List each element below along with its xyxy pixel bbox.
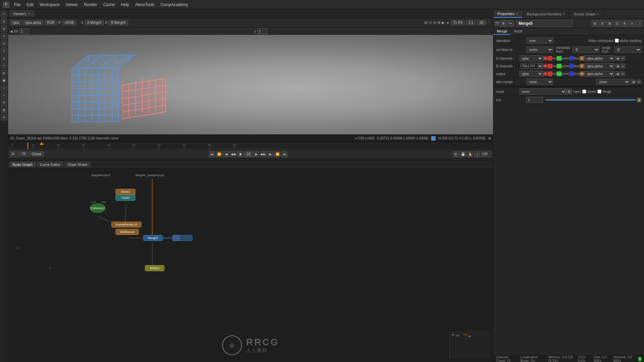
properties-tab-close[interactable]: ✕ bbox=[516, 12, 518, 15]
stop-btn[interactable]: ⏹ bbox=[237, 151, 243, 157]
out-chan-btn2[interactable]: ≡ bbox=[621, 71, 625, 76]
tool-rotate[interactable]: ↺ bbox=[1, 33, 7, 40]
merge-tab[interactable]: Merge bbox=[493, 28, 511, 35]
y-input[interactable] bbox=[257, 28, 267, 34]
tool-camera[interactable]: ⊛ bbox=[1, 114, 7, 121]
menu-edit[interactable]: Edit bbox=[24, 2, 36, 8]
prop-action-1[interactable]: ⊞ bbox=[592, 20, 598, 27]
play-back[interactable]: ◀◀ bbox=[230, 151, 236, 157]
metadata-select[interactable]: B A bbox=[573, 47, 599, 53]
video-colorspace-checkbox[interactable] bbox=[615, 39, 619, 43]
tool-mask[interactable]: ◈ bbox=[1, 70, 7, 76]
a-chan-btn2[interactable]: ≡ bbox=[621, 56, 625, 61]
a-chan-remove2[interactable]: ✕ bbox=[580, 56, 584, 61]
bg-renders-tab[interactable]: Background Renders ✕ bbox=[523, 11, 570, 17]
out-chan-remove2[interactable]: ✕ bbox=[580, 71, 584, 76]
menu-compacademy[interactable]: CompAcademy bbox=[158, 2, 191, 8]
prop-view-btn2[interactable]: ✏ bbox=[507, 20, 514, 27]
viewer-icon-fit[interactable]: ⊡ bbox=[429, 20, 432, 25]
a-alpha-select[interactable]: rgba.alpha bbox=[584, 55, 614, 61]
output-chan-remove[interactable]: ✕ bbox=[543, 71, 548, 76]
menu-help[interactable]: Help bbox=[118, 2, 132, 8]
node-tab-btn[interactable]: Node bbox=[511, 28, 526, 35]
play-fwd[interactable]: ▶ bbox=[253, 151, 259, 157]
tool-select[interactable]: ⊞ bbox=[1, 18, 7, 25]
ng-tab-dope[interactable]: Dope Sheet bbox=[65, 162, 90, 167]
menu-render[interactable]: Render bbox=[81, 2, 100, 8]
b-chan-remove[interactable]: ✕ bbox=[543, 64, 548, 68]
also-merge-btn1[interactable]: ◀ bbox=[631, 79, 636, 84]
rgba-btn[interactable]: rgba bbox=[10, 20, 21, 25]
tool-poly[interactable]: ⬟ bbox=[1, 77, 7, 84]
skip-to-end[interactable]: ⏭ bbox=[281, 151, 287, 157]
prop-action-5[interactable]: ⊕ bbox=[621, 20, 628, 27]
merge5-node[interactable]: Merge5 bbox=[143, 235, 163, 241]
out-alpha-select[interactable]: rgba.alpha bbox=[584, 71, 614, 77]
mix-lock-btn[interactable]: 🔒 bbox=[637, 98, 641, 102]
prev-frame-btn[interactable]: ◀ bbox=[10, 29, 13, 33]
zoom-btn[interactable]: 71.4% bbox=[451, 20, 465, 25]
mix-input[interactable] bbox=[526, 97, 543, 103]
viewer-expand-icon[interactable]: ⊞ bbox=[488, 136, 491, 140]
skip-to-start[interactable]: ⏮ bbox=[209, 151, 215, 157]
viewer-tab-close[interactable]: ✕ bbox=[28, 12, 31, 15]
mask-select[interactable]: none bbox=[520, 88, 567, 95]
node-name-input[interactable] bbox=[516, 20, 573, 27]
prop-action-6[interactable]: ≡ bbox=[629, 20, 635, 27]
range-select[interactable]: B A bbox=[614, 47, 641, 53]
noise1-node[interactable]: Noise1 bbox=[115, 189, 136, 195]
tool-eyedropper[interactable]: ⊙ bbox=[1, 48, 7, 54]
menu-workspace[interactable]: Workspace bbox=[37, 2, 62, 8]
bbox-select[interactable]: union intersect A B bbox=[526, 47, 553, 53]
prop-action-7[interactable]: ⋮ bbox=[636, 20, 643, 27]
mix-slider-track[interactable] bbox=[545, 99, 636, 101]
b-merge-btn[interactable]: B Merge5 bbox=[109, 20, 128, 25]
operation-select[interactable]: over under in out bbox=[526, 38, 553, 44]
next-keyframe[interactable]: ⏩ bbox=[274, 151, 280, 157]
prop-action-3[interactable]: ⊠ bbox=[606, 20, 613, 27]
save-btn[interactable]: 💾 bbox=[460, 151, 466, 157]
tf-btn[interactable]: TF bbox=[19, 152, 28, 157]
viewer-icon-split[interactable]: ⊟ bbox=[433, 20, 436, 25]
tool-settings[interactable]: ⚙ bbox=[1, 99, 7, 106]
prop-action-4[interactable]: ⊡ bbox=[614, 20, 621, 27]
output-channels-select[interactable]: rgba bbox=[520, 71, 543, 77]
tool-3d[interactable]: ◉ bbox=[1, 107, 7, 113]
endframe-input[interactable] bbox=[481, 151, 491, 157]
small-node-2[interactable]: ··· bbox=[179, 235, 193, 241]
tool-spline[interactable]: ∿ bbox=[1, 92, 7, 99]
also-merge-select1[interactable]: none bbox=[526, 79, 553, 85]
menu-file[interactable]: File bbox=[11, 2, 23, 8]
bg-renders-tab-close[interactable]: ✕ bbox=[562, 12, 565, 16]
render-btn[interactable]: ⊞ bbox=[453, 151, 459, 157]
frame-input[interactable] bbox=[19, 28, 29, 34]
viewer-icon-play[interactable]: ▶ bbox=[442, 20, 444, 25]
framerate-input[interactable] bbox=[10, 151, 18, 157]
camera12-node[interactable]: Camera12 bbox=[90, 203, 105, 213]
menu-viewer[interactable]: Viewer bbox=[63, 2, 80, 8]
inject-checkbox[interactable] bbox=[582, 89, 586, 94]
step-fwd[interactable]: ▶ bbox=[267, 151, 273, 157]
global-btn[interactable]: Global bbox=[29, 152, 44, 157]
also-merge-select2[interactable]: none bbox=[596, 79, 630, 85]
nodegraph-canvas[interactable]: DeepRecolor2 deepPv_DeepFocus1 Noise1 Ca… bbox=[8, 169, 493, 362]
tool-track[interactable]: ⊹ bbox=[1, 84, 7, 91]
prop-action-2[interactable]: ⊟ bbox=[599, 20, 606, 27]
menu-alexstools[interactable]: AlexsTools bbox=[132, 2, 157, 8]
invert-checkbox[interactable] bbox=[597, 89, 601, 94]
viewer-tab[interactable]: Viewer1 ✕ bbox=[9, 10, 34, 17]
alpha-btn[interactable]: rgba.alpha bbox=[23, 20, 43, 25]
viewer-icon-more[interactable]: ⋮ bbox=[487, 20, 491, 25]
tool-move[interactable]: ✥ bbox=[1, 25, 7, 32]
card4-node[interactable]: Card4 bbox=[115, 195, 136, 201]
ng-tab-nodegraph[interactable]: Node Graph bbox=[9, 162, 36, 167]
tool-scale[interactable]: ⊡ bbox=[1, 40, 7, 47]
viewer-icon-lock[interactable]: ⊞ bbox=[437, 20, 440, 25]
a-chan-btn1[interactable]: ◀ bbox=[615, 56, 620, 61]
a-chan-remove[interactable]: ✕ bbox=[543, 56, 548, 61]
scene-graph-tab-close[interactable]: ✕ bbox=[597, 12, 599, 16]
b-alpha-select[interactable]: rgba.alpha bbox=[584, 63, 614, 69]
tool-pointer[interactable]: ↖ bbox=[1, 11, 7, 17]
viewer-icon-pause[interactable]: ⏸ bbox=[446, 21, 449, 25]
rgb-btn[interactable]: RGB bbox=[45, 20, 57, 25]
